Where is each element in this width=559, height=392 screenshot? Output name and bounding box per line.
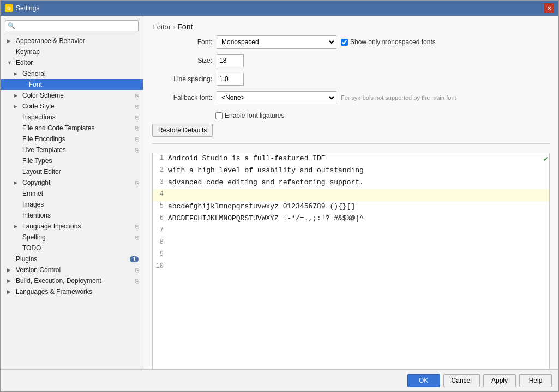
linespacing-row: Line spacing: 1.0 [152,73,550,86]
cancel-button[interactable]: Cancel [443,374,480,387]
preview-line: 6ABCDEFGHIJKLMNOPQRSTUVWXYZ +-*/=.,;:!? … [153,213,549,225]
sidebar-item-label: Languages & Frameworks [16,288,139,295]
sidebar-item-todo[interactable]: TODO [1,243,143,254]
sidebar-item-layouteditor[interactable]: Layout Editor [1,166,143,177]
line-content: Android Studio is a full-featured IDE [168,153,549,164]
sidebar-item-spelling[interactable]: Spelling ⎘ [1,232,143,243]
monospaced-checkbox[interactable] [341,39,348,46]
restore-defaults-button[interactable]: Restore Defaults [152,124,213,137]
preview-line: 7 [153,225,549,237]
sidebar-item-appearance[interactable]: ▶ Appearance & Behavior [1,35,143,46]
close-button[interactable]: ✕ [544,3,554,13]
preview-lines: 1Android Studio is a full-featured IDE2w… [153,153,549,273]
sidebar-item-intentions[interactable]: Intentions [1,210,143,221]
sidebar-item-label: Color Scheme [22,92,133,99]
line-number: 4 [153,189,168,198]
sidebar-item-keymap[interactable]: Keymap [1,46,143,57]
help-button[interactable]: Help [519,374,552,387]
line-number: 1 [153,153,168,162]
fallback-control-wrap: <None> For symbols not supported by the … [217,91,456,104]
line-number: 5 [153,201,168,210]
expand-icon: ▼ [7,60,14,65]
copy-icon: ⎘ [135,278,139,284]
line-content [168,249,549,251]
sidebar-item-plugins[interactable]: Plugins 1 [1,254,143,264]
sidebar-item-label: General [22,70,139,77]
sidebar: 🔍 ▶ Appearance & Behavior Keymap ▼ Edito… [1,16,143,369]
sidebar-item-label: Build, Execution, Deployment [16,277,133,285]
font-settings-form: Font: Monospaced Show only monospaced fo… [143,35,558,153]
ligatures-checkbox-label[interactable]: Enable font ligatures [215,112,284,119]
sidebar-item-inspections[interactable]: Inspections ⎘ [1,112,143,123]
preview-area: ✔ 1Android Studio is a full-featured IDE… [152,153,550,369]
preview-close-icon[interactable]: ✔ [544,154,548,164]
sidebar-item-fileencodings[interactable]: File Encodings ⎘ [1,134,143,144]
breadcrumb-parent: Editor [152,23,171,31]
window-title: Settings [16,4,39,12]
sidebar-item-label: Language Injections [22,222,133,230]
sidebar-item-general[interactable]: ▶ General [1,68,143,79]
expand-icon: ▶ [14,224,20,229]
sidebar-item-label: File Types [22,157,139,165]
line-content [168,261,549,263]
sidebar-item-images[interactable]: Images [1,199,143,210]
app-icon: ⚙ [5,4,13,12]
font-label: Font: [152,38,212,46]
preview-line: 8 [153,237,549,249]
sidebar-item-languageinjections[interactable]: ▶ Language Injections ⎘ [1,221,143,232]
sidebar-item-label: Intentions [22,212,139,219]
breadcrumb: Editor › Font [143,16,558,35]
sidebar-item-font[interactable]: Font [1,79,143,90]
right-panel: Editor › Font Font: Monospaced Show only [143,16,558,369]
apply-button[interactable]: Apply [483,374,516,387]
line-content: ABCDEFGHIJKLMNOPQRSTUVWXYZ +-*/=.,;:!? #… [168,213,549,224]
sidebar-item-label: Font [29,81,139,88]
line-content [168,225,549,227]
expand-icon: ▶ [14,71,20,76]
expand-icon: ▶ [7,289,14,294]
sidebar-item-filecodetemplates[interactable]: File and Code Templates ⎘ [1,123,143,134]
sidebar-item-label: Version Control [16,266,133,274]
size-input[interactable]: 18 [217,54,244,67]
expand-icon: ▶ [7,38,14,44]
sidebar-item-codestyle[interactable]: ▶ Code Style ⎘ [1,101,143,112]
sidebar-item-emmet[interactable]: Emmet [1,188,143,199]
line-content [168,189,549,191]
line-number: 2 [153,165,168,174]
fallback-label: Fallback font: [152,94,212,101]
line-number: 7 [153,225,168,234]
sidebar-item-label: Copyright [22,179,133,186]
copy-icon: ⎘ [135,267,139,273]
size-label: Size: [152,57,212,64]
sidebar-item-filetypes[interactable]: File Types [1,155,143,166]
monospaced-checkbox-label[interactable]: Show only monospaced fonts [341,38,436,46]
sidebar-item-colorscheme[interactable]: ▶ Color Scheme ⎘ [1,90,143,101]
sidebar-item-label: Appearance & Behavior [16,37,139,45]
preview-line: 2with a high level of usability and outs… [153,165,549,177]
preview-line: 5abcdefghijklmnopqrstuvwxyz 0123456789 (… [153,201,549,213]
font-select[interactable]: Monospaced [217,35,336,49]
sidebar-item-label: File Encodings [22,135,133,143]
sidebar-item-versioncontrol[interactable]: ▶ Version Control ⎘ [1,264,143,275]
sidebar-item-livetemplates[interactable]: Live Templates ⎘ [1,144,143,155]
section-divider [152,143,550,144]
search-box[interactable]: 🔍 [5,20,139,31]
sidebar-item-buildexecution[interactable]: ▶ Build, Execution, Deployment ⎘ [1,275,143,286]
copy-icon: ⎘ [135,180,139,186]
sidebar-item-label: Editor [16,59,139,67]
sidebar-item-languages[interactable]: ▶ Languages & Frameworks [1,286,143,297]
preview-line: 3advanced code editing and refactoring s… [153,177,549,189]
ok-button[interactable]: OK [407,374,440,387]
sidebar-item-label: Live Templates [22,146,133,154]
fallback-select[interactable]: <None> [217,91,336,104]
settings-window: ⚙ Settings ✕ 🔍 ▶ Appearance & Behavior K… [0,0,559,392]
preview-line: 9 [153,249,549,261]
preview-line: 4 [153,189,549,201]
linespacing-input[interactable]: 1.0 [217,73,244,86]
copy-icon: ⎘ [135,104,139,110]
linespacing-label: Line spacing: [152,75,212,83]
search-input[interactable] [17,22,136,29]
sidebar-item-editor[interactable]: ▼ Editor [1,57,143,68]
sidebar-item-copyright[interactable]: ▶ Copyright ⎘ [1,177,143,188]
ligatures-checkbox[interactable] [215,112,223,119]
